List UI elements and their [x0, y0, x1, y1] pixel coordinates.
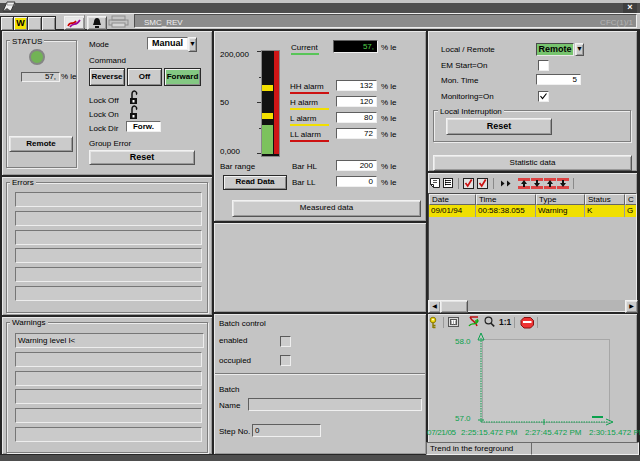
svg-text:1:1: 1:1 [499, 317, 512, 327]
